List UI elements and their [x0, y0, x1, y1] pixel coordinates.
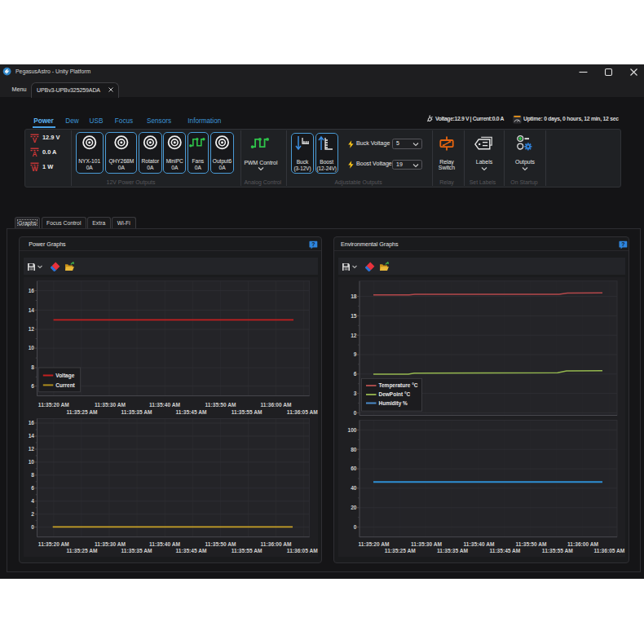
svg-text:2: 2	[31, 511, 34, 517]
svg-text:?: ?	[621, 241, 624, 247]
svg-text:?: ?	[311, 241, 315, 247]
svg-text:11:35:40 AM: 11:35:40 AM	[464, 541, 495, 547]
svg-text:4: 4	[31, 498, 34, 504]
svg-text:11:35:55 AM: 11:35:55 AM	[542, 548, 573, 554]
svg-text:11:36:05 AM: 11:36:05 AM	[287, 548, 318, 554]
svg-text:0: 0	[354, 410, 357, 416]
svg-text:11:36:00 AM: 11:36:00 AM	[261, 402, 292, 408]
svg-text:60: 60	[351, 465, 357, 471]
svg-text:11:36:05 AM: 11:36:05 AM	[593, 548, 624, 554]
svg-text:11:35:30 AM: 11:35:30 AM	[95, 541, 126, 547]
svg-text:11:35:45 AM: 11:35:45 AM	[176, 548, 207, 554]
svg-text:12: 12	[351, 333, 357, 338]
svg-text:11:35:30 AM: 11:35:30 AM	[411, 541, 442, 547]
svg-text:14: 14	[29, 433, 35, 439]
svg-text:11:35:50 AM: 11:35:50 AM	[205, 402, 236, 408]
svg-text:Temperature °C: Temperature °C	[379, 382, 418, 389]
svg-text:3: 3	[354, 390, 357, 396]
svg-text:10: 10	[29, 345, 35, 351]
svg-text:11:35:50 AM: 11:35:50 AM	[516, 541, 547, 547]
svg-text:40: 40	[351, 485, 357, 491]
svg-text:6: 6	[31, 383, 34, 389]
svg-text:20: 20	[351, 505, 357, 510]
svg-text:11:35:45 AM: 11:35:45 AM	[489, 548, 520, 554]
svg-text:Current: Current	[55, 382, 75, 388]
svg-text:Voltage: Voltage	[55, 373, 74, 379]
svg-text:8: 8	[31, 364, 34, 370]
svg-text:11:35:40 AM: 11:35:40 AM	[149, 541, 180, 547]
svg-text:11:36:00 AM: 11:36:00 AM	[567, 541, 598, 547]
svg-text:14: 14	[29, 307, 35, 313]
svg-text:11:35:20 AM: 11:35:20 AM	[38, 541, 69, 547]
svg-text:11:35:25 AM: 11:35:25 AM	[67, 548, 98, 554]
svg-text:100: 100	[347, 427, 356, 433]
svg-text:Humidity %: Humidity %	[379, 400, 408, 407]
svg-text:11:35:55 AM: 11:35:55 AM	[232, 548, 262, 554]
svg-text:15: 15	[351, 313, 357, 319]
svg-text:11:35:40 AM: 11:35:40 AM	[149, 402, 180, 408]
svg-text:11:35:35 AM: 11:35:35 AM	[121, 548, 152, 554]
svg-text:11:35:25 AM: 11:35:25 AM	[385, 548, 416, 554]
svg-text:16: 16	[29, 288, 35, 293]
svg-text:6: 6	[31, 485, 34, 491]
svg-text:0: 0	[31, 524, 34, 530]
svg-text:12: 12	[29, 326, 35, 332]
svg-text:16: 16	[29, 420, 35, 426]
svg-text:9: 9	[354, 351, 357, 357]
svg-text:11:35:30 AM: 11:35:30 AM	[95, 402, 126, 408]
svg-text:80: 80	[351, 447, 357, 452]
svg-text:8: 8	[31, 472, 34, 478]
svg-text:11:36:00 AM: 11:36:00 AM	[261, 541, 292, 547]
svg-text:18: 18	[351, 293, 357, 299]
svg-text:11:35:50 AM: 11:35:50 AM	[205, 541, 236, 547]
svg-text:11:35:35 AM: 11:35:35 AM	[437, 548, 468, 554]
svg-text:10: 10	[29, 459, 35, 465]
svg-text:DewPoint °C: DewPoint °C	[379, 391, 411, 397]
svg-text:6: 6	[354, 371, 357, 377]
svg-text:0: 0	[354, 524, 357, 530]
svg-text:11:35:20 AM: 11:35:20 AM	[38, 402, 69, 408]
svg-text:11:35:20 AM: 11:35:20 AM	[359, 541, 390, 547]
svg-text:12: 12	[29, 446, 35, 452]
